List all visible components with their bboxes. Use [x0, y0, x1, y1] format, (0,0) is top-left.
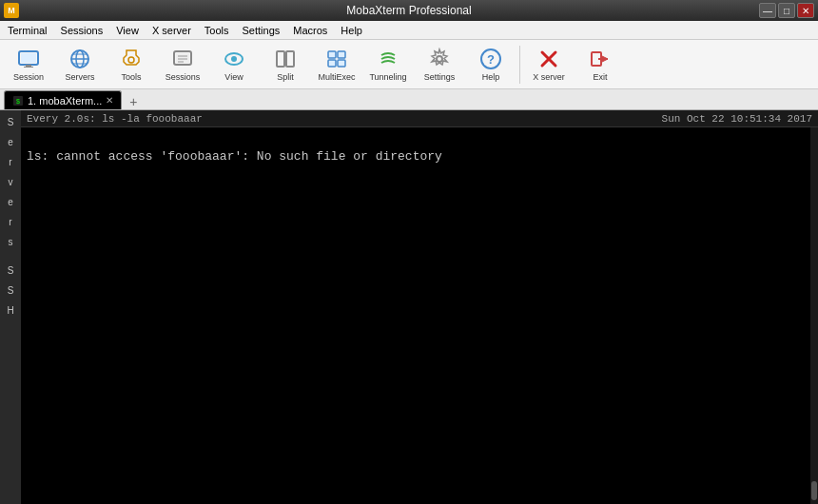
maximize-button[interactable]: □: [778, 3, 795, 18]
exit-icon: [589, 48, 612, 70]
sessions-icon: [171, 48, 194, 70]
tunneling-label: Tunneling: [369, 72, 406, 82]
multiexec-label: MultiExec: [318, 72, 355, 82]
sidebar-btn-r2[interactable]: r: [1, 212, 20, 231]
menu-settings[interactable]: Settings: [237, 23, 286, 38]
sidebar-btn-s[interactable]: S: [1, 112, 20, 131]
terminal-timestamp: Sun Oct 22 10:51:34 2017: [662, 113, 812, 125]
multiexec-icon: [325, 48, 348, 70]
minimize-button[interactable]: —: [759, 3, 776, 18]
settings-label: Settings: [424, 72, 456, 82]
toolbar-exit-button[interactable]: Exit: [575, 43, 625, 87]
session-icon: [17, 48, 40, 70]
svg-point-18: [231, 56, 237, 62]
svg-rect-19: [277, 51, 284, 67]
window-controls: — □ ✕: [759, 3, 814, 18]
sidebar-btn-ssh2[interactable]: S: [1, 281, 20, 300]
tab-1-close[interactable]: ✕: [106, 95, 113, 106]
tab-1-label: 1. mobaXterm...: [28, 95, 102, 107]
sessions-label: Sessions: [166, 72, 201, 82]
sidebar-btn-e2[interactable]: e: [1, 192, 20, 211]
watch-command: Every 2.0s: ls -la fooobaaar: [27, 113, 203, 125]
sidebar-btn-r[interactable]: r: [1, 152, 20, 171]
toolbar-session-button[interactable]: Session: [4, 43, 53, 87]
session-label: Session: [13, 72, 44, 82]
svg-rect-3: [21, 53, 36, 63]
output-line-1: [27, 131, 812, 148]
tools-label: Tools: [121, 72, 141, 82]
servers-icon: [68, 48, 91, 70]
svg-point-25: [437, 56, 442, 62]
title-bar-left: M: [4, 3, 19, 18]
menu-view[interactable]: View: [110, 23, 145, 38]
tab-add-button[interactable]: +: [126, 94, 141, 109]
close-button[interactable]: ✕: [797, 3, 814, 18]
sidebar-btn-h[interactable]: H: [1, 300, 20, 320]
tab-bar: $ 1. mobaXterm... ✕ +: [0, 89, 818, 110]
toolbar-view-button[interactable]: View: [209, 43, 259, 87]
help-icon: ?: [479, 48, 502, 70]
toolbar-servers-button[interactable]: Servers: [55, 43, 105, 87]
menu-xserver[interactable]: X server: [146, 23, 197, 38]
xserver-icon: [537, 48, 560, 70]
settings-icon: [428, 48, 451, 70]
svg-point-11: [128, 57, 134, 63]
output-line-2: ls: cannot access 'fooobaaar': No such f…: [27, 148, 812, 165]
terminal[interactable]: Every 2.0s: ls -la fooobaaar Sun Oct 22 …: [21, 110, 818, 504]
tab-1[interactable]: $ 1. mobaXterm... ✕: [4, 90, 122, 109]
sidebar-btn-e[interactable]: e: [1, 132, 20, 151]
toolbar: Session Servers Tools: [0, 40, 818, 89]
app-icon: M: [4, 3, 19, 18]
sidebar: S e r v e r s S S H: [0, 110, 21, 504]
toolbar-multiexec-button[interactable]: MultiExec: [312, 43, 361, 87]
toolbar-xserver-button[interactable]: X server: [524, 43, 574, 87]
scrollbar-thumb: [811, 481, 817, 500]
menu-sessions[interactable]: Sessions: [55, 23, 109, 38]
window-title: MobaXterm Professional: [346, 4, 471, 17]
terminal-top-bar: Every 2.0s: ls -la fooobaaar Sun Oct 22 …: [21, 110, 818, 127]
svg-rect-4: [26, 65, 31, 67]
svg-rect-5: [24, 67, 33, 68]
view-label: View: [224, 72, 243, 82]
split-icon: [274, 48, 297, 70]
svg-rect-24: [338, 60, 345, 67]
svg-text:M: M: [8, 6, 15, 15]
tab-terminal-icon: $: [12, 95, 24, 107]
toolbar-split-button[interactable]: Split: [261, 43, 310, 87]
svg-rect-20: [286, 51, 294, 67]
terminal-scrollbar[interactable]: [810, 127, 818, 504]
menu-tools[interactable]: Tools: [199, 23, 235, 38]
view-icon: [223, 48, 245, 70]
help-label: Help: [482, 72, 500, 82]
toolbar-tunneling-button[interactable]: Tunneling: [363, 43, 413, 87]
menu-macros[interactable]: Macros: [287, 23, 333, 38]
xserver-label: X server: [533, 72, 565, 82]
svg-rect-23: [328, 60, 336, 67]
toolbar-sessions-button[interactable]: Sessions: [158, 43, 207, 87]
exit-label: Exit: [593, 72, 607, 82]
toolbar-settings-button[interactable]: Settings: [415, 43, 464, 87]
tunneling-icon: [377, 48, 399, 70]
title-bar: M MobaXterm Professional — □ ✕: [0, 0, 818, 21]
toolbar-separator: [519, 46, 520, 84]
svg-rect-22: [338, 51, 345, 58]
sidebar-btn-v[interactable]: v: [1, 172, 20, 191]
split-label: Split: [277, 72, 294, 82]
toolbar-help-button[interactable]: ? Help: [466, 43, 516, 87]
svg-text:$: $: [16, 98, 20, 105]
sidebar-btn-s2[interactable]: s: [1, 232, 20, 251]
sidebar-btn-ssh[interactable]: S: [1, 261, 20, 280]
terminal-output: ls: cannot access 'fooobaaar': No such f…: [21, 127, 818, 169]
content-area: S e r v e r s S S H Every 2.0s: ls -la f…: [0, 110, 818, 504]
menu-bar: Terminal Sessions View X server Tools Se…: [0, 21, 818, 40]
svg-rect-21: [328, 51, 336, 58]
svg-text:?: ?: [487, 52, 495, 67]
toolbar-tools-button[interactable]: Tools: [107, 43, 156, 87]
servers-label: Servers: [65, 72, 94, 82]
menu-help[interactable]: Help: [335, 23, 368, 38]
tools-icon: [120, 48, 143, 70]
menu-terminal[interactable]: Terminal: [2, 23, 53, 38]
